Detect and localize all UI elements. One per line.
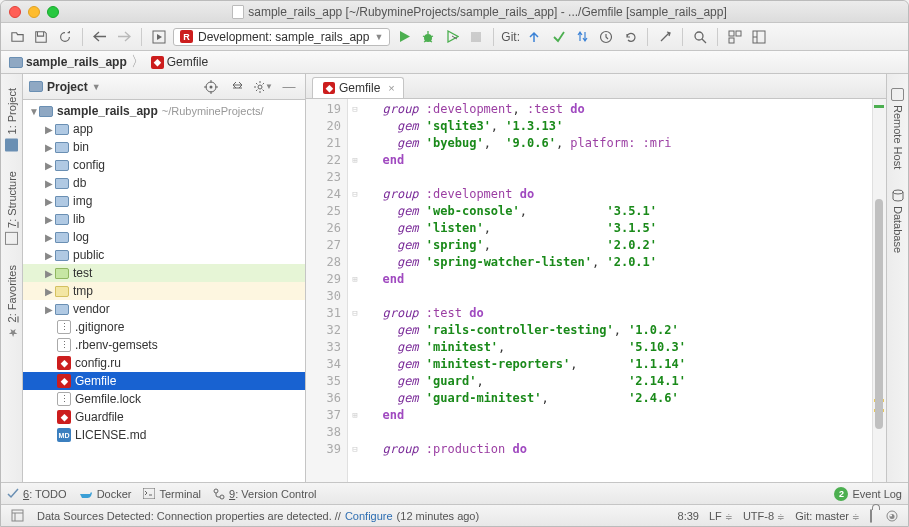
svg-rect-2 [471, 32, 481, 42]
cursor-position[interactable]: 8:39 [678, 510, 699, 522]
coverage-icon[interactable] [442, 27, 462, 47]
tree-row[interactable]: ⋮Gemfile.lock [23, 390, 305, 408]
close-window-icon[interactable] [9, 6, 21, 18]
configure-link[interactable]: Configure [345, 510, 393, 522]
status-message[interactable]: Data Sources Detected: Connection proper… [37, 510, 668, 522]
project-tree[interactable]: ▼sample_rails_app~/RubymineProjects/▶app… [23, 100, 305, 482]
titlebar: sample_rails_app [~/RubymineProjects/sam… [1, 1, 908, 23]
tab-todo[interactable]: 6: TODO [7, 488, 67, 500]
window-title: sample_rails_app [~/RubymineProjects/sam… [248, 5, 727, 19]
folder-icon [55, 196, 69, 207]
collapse-icon[interactable] [227, 77, 247, 97]
tree-row[interactable]: MDLICENSE.md [23, 426, 305, 444]
tab-terminal[interactable]: Terminal [143, 488, 201, 500]
svg-point-4 [695, 32, 703, 40]
tree-row[interactable]: ▶tmp [23, 282, 305, 300]
tree-row[interactable]: ▶lib [23, 210, 305, 228]
fold-gutter[interactable]: ⊟ ⊞ ⊟ ⊞ ⊟ ⊞ ⊟ [348, 99, 362, 482]
run-configuration-selector[interactable]: R Development: sample_rails_app ▼ [173, 28, 390, 46]
ruby-file-icon: ◆ [57, 410, 71, 424]
tab-event-log[interactable]: 2Event Log [834, 487, 902, 501]
layout-icon[interactable] [749, 27, 769, 47]
locate-icon[interactable] [201, 77, 221, 97]
vcs-commit-icon[interactable] [548, 27, 568, 47]
svg-point-11 [258, 85, 262, 89]
editor-scrollbar[interactable] [872, 99, 886, 482]
folder-icon [55, 304, 69, 315]
tab-docker[interactable]: Docker [79, 488, 132, 500]
tree-row[interactable]: ▶test [23, 264, 305, 282]
project-tool-window: Project ▼ ▼ — ▼sample_rails_app~/Rubymin… [23, 74, 306, 482]
inspections-icon[interactable] [882, 506, 902, 526]
tree-row[interactable]: ▶img [23, 192, 305, 210]
history-icon[interactable] [596, 27, 616, 47]
breadcrumb: sample_rails_app 〉 ◆Gemfile [1, 51, 908, 74]
tab-favorites[interactable]: ★2: Favorites [3, 255, 20, 349]
tab-remote-host[interactable]: Remote Host [889, 78, 906, 179]
tree-row[interactable]: ▶log [23, 228, 305, 246]
settings-icon[interactable] [655, 27, 675, 47]
scroll-thumb[interactable] [875, 199, 883, 429]
revert-icon[interactable] [620, 27, 640, 47]
back-icon[interactable] [90, 27, 110, 47]
tab-project[interactable]: 1: Project [3, 78, 20, 161]
gear-icon[interactable]: ▼ [253, 77, 273, 97]
save-icon[interactable] [31, 27, 51, 47]
editor-tabs: ◆ Gemfile × [306, 74, 886, 99]
open-icon[interactable] [7, 27, 27, 47]
tree-row[interactable]: ▼sample_rails_app~/RubymineProjects/ [23, 102, 305, 120]
tab-structure[interactable]: 7: Structure [3, 161, 20, 255]
tree-row[interactable]: ⋮.gitignore [23, 318, 305, 336]
zoom-window-icon[interactable] [47, 6, 59, 18]
forward-icon[interactable] [114, 27, 134, 47]
tree-row[interactable]: ▶bin [23, 138, 305, 156]
folder-icon [39, 106, 53, 117]
file-encoding[interactable]: UTF-8 ≑ [743, 510, 785, 522]
tree-row[interactable]: ◆Guardfile [23, 408, 305, 426]
project-header: Project ▼ ▼ — [23, 74, 305, 100]
folder-icon [55, 250, 69, 261]
svg-point-15 [220, 495, 224, 499]
tree-row[interactable]: ▶db [23, 174, 305, 192]
line-separator[interactable]: LF ≑ [709, 510, 733, 522]
ruby-file-icon: ◆ [151, 56, 164, 69]
run-target-icon[interactable] [149, 27, 169, 47]
read-only-toggle[interactable] [870, 510, 872, 522]
chevron-right-icon: 〉 [131, 53, 145, 71]
ruby-file-icon: ◆ [323, 82, 335, 94]
tree-row[interactable]: ▶vendor [23, 300, 305, 318]
sync-icon[interactable] [55, 27, 75, 47]
tab-version-control[interactable]: 9: Version Control [213, 488, 316, 500]
svg-rect-5 [729, 31, 734, 36]
tab-gemfile[interactable]: ◆ Gemfile × [312, 77, 404, 98]
hide-icon[interactable]: — [279, 77, 299, 97]
tree-row[interactable]: ⋮.rbenv-gemsets [23, 336, 305, 354]
tree-row[interactable]: ◆config.ru [23, 354, 305, 372]
bottom-tool-strip: 6: TODO Docker Terminal 9: Version Contr… [1, 482, 908, 504]
debug-icon[interactable] [418, 27, 438, 47]
svg-rect-13 [143, 488, 155, 499]
tree-row[interactable]: ▶config [23, 156, 305, 174]
structure-icon[interactable] [725, 27, 745, 47]
tab-database[interactable]: Database [889, 179, 906, 263]
search-icon[interactable] [690, 27, 710, 47]
event-count-badge: 2 [834, 487, 848, 501]
breadcrumb-root[interactable]: sample_rails_app [5, 55, 131, 69]
code-editor[interactable]: group :development, :test do gem 'sqlite… [362, 99, 872, 482]
line-number-gutter[interactable]: 19 20 21 22 23 24 25 26 27 28 29 30 31 3… [306, 99, 348, 482]
close-tab-icon[interactable]: × [388, 82, 394, 94]
tree-row[interactable]: ▶public [23, 246, 305, 264]
git-branch[interactable]: Git: master ≑ [795, 510, 860, 522]
minimize-window-icon[interactable] [28, 6, 40, 18]
breadcrumb-leaf[interactable]: ◆Gemfile [145, 55, 212, 69]
vcs-compare-icon[interactable] [572, 27, 592, 47]
tool-windows-icon[interactable] [7, 506, 27, 526]
vcs-update-icon[interactable] [524, 27, 544, 47]
tree-row[interactable]: ◆Gemfile [23, 372, 305, 390]
project-view-label[interactable]: Project [47, 80, 88, 94]
tree-row[interactable]: ▶app [23, 120, 305, 138]
run-icon[interactable] [394, 27, 414, 47]
editor-area: ◆ Gemfile × 19 20 21 22 23 24 25 26 27 2… [306, 74, 886, 482]
stop-icon[interactable] [466, 27, 486, 47]
folder-icon [55, 286, 69, 297]
